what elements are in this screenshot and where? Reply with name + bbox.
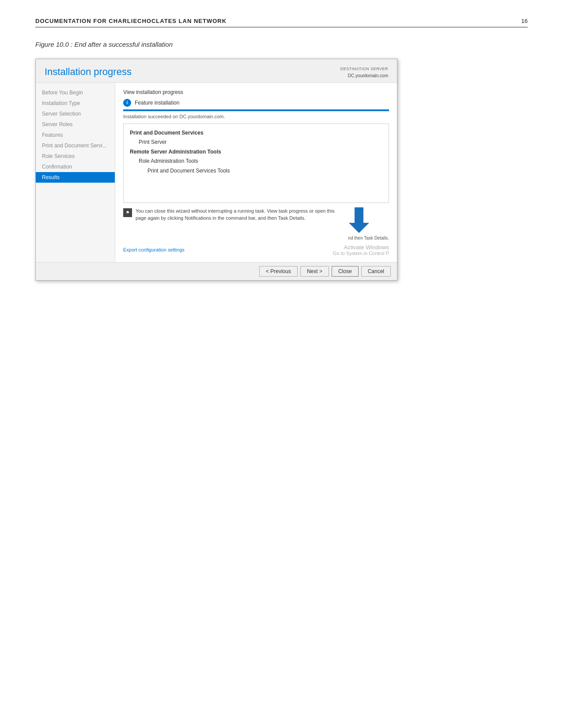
- progress-bar: [123, 109, 389, 111]
- figure-caption: Figure 10.0 : End after a successful ins…: [35, 41, 528, 48]
- dialog-title: Installation progress: [45, 66, 132, 78]
- sidebar-item-role-services[interactable]: Role Services: [36, 151, 115, 161]
- destination-server-name: DC.yourdomain.com: [340, 72, 388, 79]
- feature-icon: i: [123, 99, 131, 107]
- view-progress-label: View installation progress: [123, 89, 389, 95]
- sidebar-item-before-you-begin[interactable]: Before You Begin: [36, 87, 115, 98]
- dialog-footer: < Previous Next > Close Cancel: [36, 262, 397, 280]
- destination-label: DESTINATION SERVER: [340, 66, 388, 72]
- result-item-0: Print and Document Services: [130, 128, 382, 138]
- sidebar-item-installation-type[interactable]: Installation Type: [36, 98, 115, 109]
- result-item-2: Remote Server Administration Tools: [130, 147, 382, 157]
- sidebar-item-features[interactable]: Features: [36, 130, 115, 140]
- success-text: Installation succeeded on DC.yourdomain.…: [123, 114, 389, 119]
- result-item-4: Print and Document Services Tools: [130, 166, 382, 176]
- activate-windows-title: Activate Windows: [333, 244, 389, 251]
- notification-icon: ⚑: [123, 208, 132, 217]
- results-box: Print and Document Services Print Server…: [123, 124, 389, 203]
- export-config-link[interactable]: Export configuration settings: [123, 247, 185, 252]
- close-button[interactable]: Close: [332, 266, 359, 277]
- activate-windows-sub: Go to System in Control P: [333, 251, 389, 256]
- main-content-area: View installation progress i Feature ins…: [115, 83, 397, 262]
- result-item-3: Role Administration Tools: [130, 157, 382, 166]
- wizard-sidebar: Before You Begin Installation Type Serve…: [36, 83, 115, 262]
- svg-marker-0: [349, 207, 369, 233]
- task-details-text: nd then Task Details.: [348, 235, 389, 241]
- notification-text: You can close this wizard without interr…: [136, 207, 344, 222]
- sidebar-item-print-document[interactable]: Print and Document Servi...: [36, 140, 115, 151]
- result-item-1: Print Server: [130, 138, 382, 147]
- feature-label: Feature installation: [135, 100, 179, 106]
- installation-dialog: Installation progress DESTINATION SERVER…: [35, 59, 397, 281]
- next-button[interactable]: Next >: [300, 266, 329, 277]
- sidebar-item-server-selection[interactable]: Server Selection: [36, 109, 115, 119]
- sidebar-item-server-roles[interactable]: Server Roles: [36, 119, 115, 130]
- arrow-down-icon: [348, 207, 370, 234]
- document-title: DOCUMENTATION FOR CHARLIECHOCLATES LAN N…: [35, 18, 227, 24]
- previous-button[interactable]: < Previous: [259, 266, 298, 277]
- sidebar-item-results[interactable]: Results: [36, 172, 115, 183]
- page-number: 16: [521, 18, 528, 24]
- sidebar-item-confirmation[interactable]: Confirmation: [36, 161, 115, 172]
- cancel-button[interactable]: Cancel: [361, 266, 391, 277]
